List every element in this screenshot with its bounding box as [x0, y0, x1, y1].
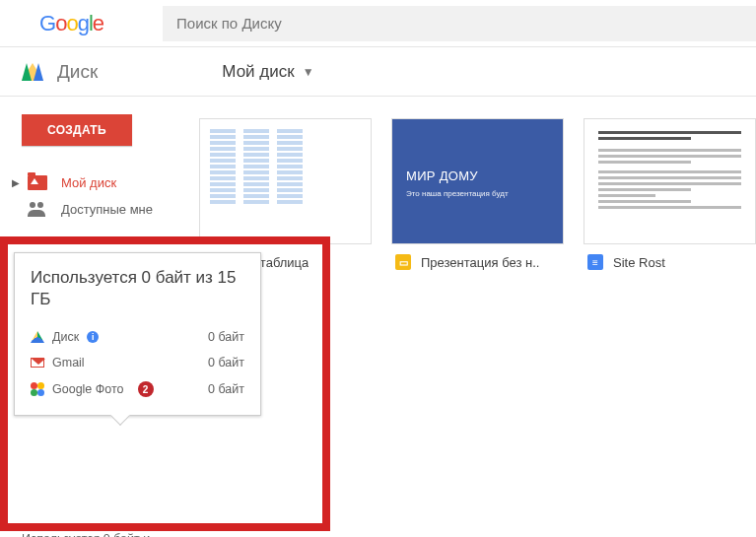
file-name: Презентация без н.. [421, 255, 539, 270]
file-thumbnail-sheet [199, 118, 372, 244]
storage-popup: Используется 0 байт из 15 ГБ Дискi 0 бай… [14, 252, 261, 416]
file-card[interactable]: МИР ДОМУ Это наша презентация будт ▭ Пре… [391, 118, 564, 280]
slides-icon: ▭ [395, 254, 411, 270]
slide-subtitle: Это наша презентация будт [406, 189, 563, 198]
sidebar-item-label: Доступные мне [61, 202, 153, 217]
breadcrumb[interactable]: Мой диск ▼ [222, 62, 313, 82]
file-name: Site Rost [613, 255, 665, 270]
header-bar: Google [0, 0, 756, 47]
file-thumbnail-slide: МИР ДОМУ Это наша презентация будт [391, 118, 564, 244]
create-button[interactable]: СОЗДАТЬ [22, 114, 132, 146]
annotation-badge-2: 2 [138, 381, 154, 397]
expand-icon: ▶ [12, 177, 22, 188]
info-icon[interactable]: i [87, 331, 99, 343]
sidebar-item-my-drive[interactable]: ▶ Мой диск [0, 169, 185, 196]
drive-logo-icon [22, 63, 43, 81]
search-input[interactable] [163, 6, 756, 41]
storage-popup-title: Используется 0 байт из 15 ГБ [31, 267, 244, 310]
file-grid: ▦ овая таблица МИР ДОМУ Это наша презент… [185, 97, 756, 280]
file-thumbnail-doc [584, 118, 756, 244]
storage-row-photos[interactable]: Google Фото 2 0 байт [31, 375, 244, 403]
gmail-icon [31, 358, 44, 368]
storage-row-drive[interactable]: Дискi 0 байт [31, 324, 244, 350]
title-bar: Диск Мой диск ▼ [0, 47, 756, 97]
photos-icon [31, 382, 44, 396]
sidebar-item-label: Мой диск [61, 175, 116, 190]
storage-value: 0 байт [208, 356, 244, 369]
breadcrumb-label: Мой диск [222, 62, 294, 82]
sidebar-item-shared[interactable]: Доступные мне [0, 196, 185, 223]
chevron-down-icon: ▼ [303, 65, 314, 79]
file-card[interactable]: ≡ Site Rost [584, 118, 756, 280]
storage-value: 0 байт [208, 382, 244, 396]
app-title: Диск [57, 61, 98, 83]
storage-used-summary: Используется 0 байт и.. [22, 532, 207, 537]
people-icon [28, 202, 47, 217]
drive-icon [31, 331, 44, 343]
google-logo[interactable]: Google [39, 11, 103, 36]
storage-value: 0 байт [208, 330, 244, 344]
slide-title: МИР ДОМУ [406, 168, 563, 183]
folder-icon [28, 175, 47, 190]
docs-icon: ≡ [587, 254, 603, 270]
storage-row-gmail[interactable]: Gmail 0 байт [31, 350, 244, 375]
